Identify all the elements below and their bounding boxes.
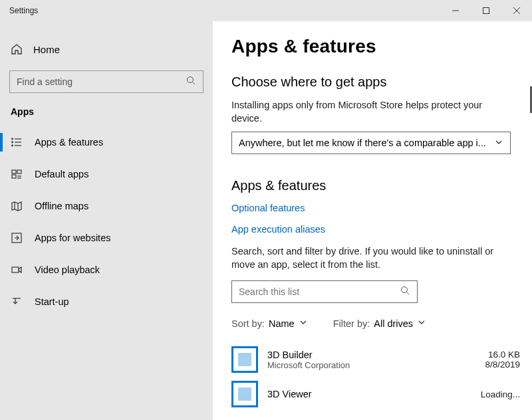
minimize-button[interactable] (440, 0, 471, 21)
maximize-button[interactable] (471, 0, 501, 21)
app-size: 16.0 KB (485, 350, 520, 360)
choose-description: Installing apps only from Microsoft Stor… (231, 99, 511, 125)
nav-apps-features[interactable]: Apps & features (0, 126, 213, 158)
page-title: Apps & features (231, 36, 520, 57)
chevron-down-icon (494, 138, 503, 149)
app-name: 3D Builder (267, 350, 475, 360)
home-icon (11, 43, 23, 55)
app-list-search[interactable] (231, 280, 418, 303)
app-source-value: Anywhere, but let me know if there's a c… (239, 138, 494, 148)
nav-startup[interactable]: Start-up (0, 286, 213, 318)
nav-video-playback[interactable]: Video playback (0, 254, 213, 286)
map-icon (11, 200, 23, 212)
app-source-select[interactable]: Anywhere, but let me know if there's a c… (231, 132, 511, 154)
nav-apps-websites[interactable]: Apps for websites (0, 222, 213, 254)
filter-control[interactable]: Filter by: All drives (333, 318, 426, 329)
search-icon (186, 76, 196, 88)
choose-heading: Choose where to get apps (231, 74, 520, 90)
startup-icon (11, 296, 23, 308)
sidebar-section-label: Apps (0, 106, 213, 117)
app-name: 3D Viewer (267, 389, 471, 399)
filter-label: Filter by: (333, 318, 370, 329)
nav-default-apps[interactable]: Default apps (0, 158, 213, 190)
defaults-icon (11, 168, 23, 180)
chevron-down-icon (299, 318, 308, 329)
content-pane: Apps & features Choose where to get apps… (213, 21, 532, 420)
sort-control[interactable]: Sort by: Name (231, 318, 308, 329)
nav-label: Start-up (35, 296, 69, 307)
search-icon (400, 286, 410, 298)
open-icon (11, 232, 23, 244)
sidebar: Home Apps Apps & features Default apps (0, 21, 213, 420)
nav-label: Apps for websites (35, 233, 110, 243)
sidebar-search-input[interactable] (17, 76, 186, 87)
chevron-down-icon (417, 318, 426, 329)
app-icon (231, 346, 258, 373)
app-list-item[interactable]: 3D Viewer Loading... (231, 377, 520, 411)
svg-point-9 (12, 138, 13, 140)
app-list-search-input[interactable] (239, 286, 400, 297)
caption-buttons (440, 0, 532, 21)
list-icon (11, 136, 23, 148)
app-date: 8/8/2019 (485, 360, 520, 369)
apps-features-heading: Apps & features (231, 178, 520, 193)
svg-rect-1 (483, 8, 489, 14)
optional-features-link[interactable]: Optional features (231, 203, 520, 213)
nav-label: Default apps (35, 169, 88, 179)
svg-rect-17 (12, 175, 16, 178)
sort-value: Name (269, 318, 295, 329)
nav-label: Video playback (35, 264, 100, 275)
svg-point-11 (12, 145, 13, 146)
sort-filter-row: Sort by: Name Filter by: All drives (231, 318, 520, 329)
app-publisher: Microsoft Corporation (267, 360, 475, 370)
home-label: Home (33, 44, 60, 55)
svg-line-5 (193, 82, 196, 85)
close-button[interactable] (501, 0, 532, 21)
filter-value: All drives (374, 318, 413, 329)
video-icon (11, 264, 23, 276)
app-execution-aliases-link[interactable]: App execution aliases (231, 224, 520, 235)
nav-offline-maps[interactable]: Offline maps (0, 190, 213, 222)
sidebar-search[interactable] (9, 70, 203, 93)
filter-description: Search, sort and filter by drive. If you… (231, 245, 511, 271)
svg-point-26 (402, 287, 408, 293)
home-nav[interactable]: Home (0, 37, 213, 61)
svg-rect-15 (12, 170, 16, 173)
app-icon (231, 381, 258, 407)
svg-line-27 (407, 292, 410, 295)
svg-point-10 (12, 142, 13, 143)
app-list-item[interactable]: 3D Builder Microsoft Corporation 16.0 KB… (231, 342, 520, 377)
sort-label: Sort by: (231, 318, 265, 329)
app-size: Loading... (481, 389, 520, 399)
svg-rect-16 (17, 170, 21, 173)
svg-rect-23 (12, 267, 19, 272)
svg-point-4 (188, 77, 194, 83)
nav-label: Offline maps (35, 201, 88, 211)
window-title: Settings (9, 6, 38, 15)
nav-label: Apps & features (35, 137, 103, 148)
